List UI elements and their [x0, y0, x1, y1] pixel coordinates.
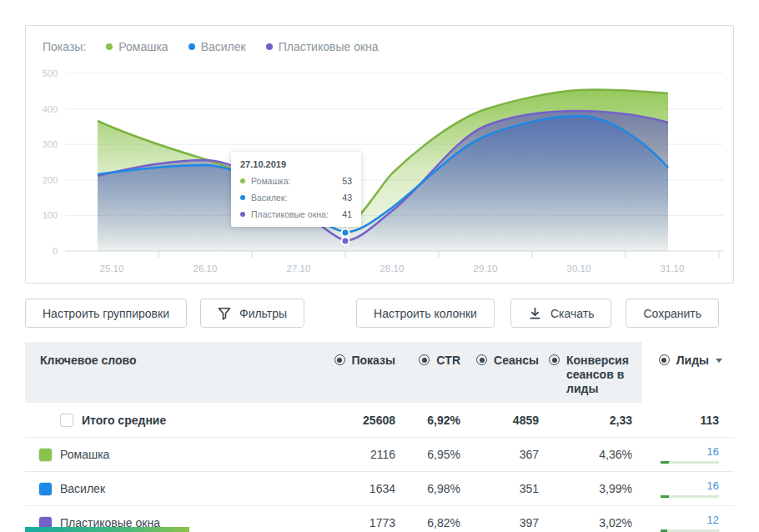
leads-value[interactable]: 12 [707, 514, 719, 526]
metric-radio-icon [334, 354, 345, 365]
legend-prefix: Показы: [43, 40, 86, 53]
configure-groupings-label: Настроить группировки [43, 307, 169, 320]
keyword-label: Ромашка [60, 448, 109, 461]
tooltip-series-value: 53 [342, 176, 352, 186]
impressions-cell: 1773 [319, 516, 405, 529]
totals-sessions: 4859 [470, 414, 549, 427]
svg-text:300: 300 [43, 139, 58, 149]
metric-radio-icon [549, 354, 560, 365]
leads-bar [661, 529, 719, 532]
svg-text:25.10: 25.10 [100, 263, 124, 274]
svg-text:30.10: 30.10 [567, 263, 591, 274]
svg-text:100: 100 [43, 210, 58, 220]
svg-text:200: 200 [43, 175, 58, 185]
chart-tooltip: 27.10.2019 Ромашка: 53 Василек: 43 Пласт… [231, 152, 361, 227]
table-header-row: Ключевое слово Показы CTR Сеансы Конверс… [25, 342, 734, 403]
impressions-area-chart[interactable]: 500 400 300 200 100 0 25.10 26.10 27.10 … [26, 68, 731, 281]
row-color-checkbox[interactable] [39, 483, 52, 495]
tooltip-series-label: Василек: [251, 193, 287, 203]
keyword-label: Василек [60, 482, 105, 495]
svg-text:31.10: 31.10 [661, 263, 685, 274]
download-label: Скачать [550, 307, 595, 320]
sessions-cell: 397 [470, 516, 549, 529]
keywords-table: Ключевое слово Показы CTR Сеансы Конверс… [25, 342, 734, 532]
svg-text:28.10: 28.10 [380, 263, 405, 274]
column-header[interactable]: Показы [319, 342, 405, 403]
column-header-label: Конверсия сеансов в лиды [566, 354, 632, 396]
column-header-label: CTR [436, 354, 460, 396]
configure-groupings-button[interactable]: Настроить группировки [25, 299, 187, 328]
download-button[interactable]: Скачать [510, 299, 612, 328]
table-body: Ромашка 2116 6,95% 367 4,36% 16 Василек … [25, 438, 734, 532]
column-header[interactable]: CTR [405, 342, 470, 403]
tooltip-row: Пластиковые окна: 41 [240, 209, 352, 219]
leads-bar [661, 461, 719, 464]
filters-label: Фильтры [239, 307, 287, 320]
column-header[interactable]: Конверсия сеансов в лиды [549, 342, 642, 403]
tooltip-dot-icon [240, 178, 245, 183]
table-row: Ромашка 2116 6,95% 367 4,36% 16 [25, 438, 734, 472]
svg-text:400: 400 [43, 104, 58, 114]
conversion-cell: 4,36% [549, 448, 642, 461]
totals-label: Итого средние [82, 414, 166, 427]
leads-value[interactable]: 16 [707, 446, 719, 458]
leads-cell: 12 [642, 514, 734, 532]
filters-button[interactable]: Фильтры [200, 299, 304, 328]
x-axis-ticks [158, 251, 719, 258]
save-label: Сохранить [643, 307, 701, 320]
x-axis-labels: 25.10 26.10 27.10 28.10 29.10 30.10 31.1… [100, 263, 685, 274]
column-header[interactable]: Сеансы [470, 342, 549, 403]
ctr-cell: 6,95% [405, 448, 470, 461]
svg-text:500: 500 [43, 68, 58, 78]
tooltip-dot-icon [240, 195, 245, 200]
legend-item[interactable]: Ромашка [106, 40, 168, 53]
save-button[interactable]: Сохранить [626, 299, 719, 328]
filter-funnel-icon [218, 307, 231, 320]
leads-value[interactable]: 16 [707, 480, 719, 492]
analytics-dashboard: { "colors": { "green": "#8bc34a", "green… [0, 0, 759, 532]
tooltip-dot-icon [240, 212, 245, 217]
impressions-cell: 2116 [319, 448, 405, 461]
chart-panel: Показы: Ромашка Василек Пластиковые окна [25, 25, 734, 284]
legend-item-label: Василек [201, 40, 246, 53]
legend-dot-icon [188, 43, 195, 50]
totals-row: Итого средние 25608 6,92% 4859 2,33 113 [25, 403, 734, 438]
leads-cell: 16 [642, 480, 734, 498]
tooltip-series-label: Ромашка: [251, 176, 290, 186]
configure-columns-button[interactable]: Настроить колонки [356, 299, 495, 328]
svg-text:0: 0 [53, 246, 58, 256]
y-axis-labels: 500 400 300 200 100 0 [43, 68, 58, 256]
column-header-label: Лиды [676, 354, 709, 396]
totals-leads: 113 [642, 414, 734, 427]
toolbar: Настроить группировки Фильтры Настроить … [25, 299, 734, 328]
totals-ctr: 6,92% [405, 414, 470, 427]
leads-cell: 16 [642, 446, 734, 464]
column-header[interactable]: Лиды [642, 342, 734, 403]
tooltip-row: Василек: 43 [240, 193, 352, 203]
column-header-keyword[interactable]: Ключевое слово [25, 342, 319, 403]
sort-caret-icon [716, 359, 722, 363]
metric-radio-icon [659, 354, 670, 365]
sessions-cell: 351 [470, 482, 549, 495]
tooltip-row: Ромашка: 53 [240, 176, 352, 186]
hover-point-plastikovye-okna[interactable] [342, 238, 349, 245]
hover-point-vasilek[interactable] [342, 229, 349, 237]
totals-conversion: 2,33 [549, 414, 642, 427]
conversion-cell: 3,99% [549, 482, 642, 495]
legend-item-label: Пластиковые окна [279, 40, 379, 53]
legend-item[interactable]: Василек [188, 40, 246, 53]
legend-dot-icon [106, 43, 113, 50]
ctr-cell: 6,98% [405, 482, 470, 495]
metric-radio-icon [476, 354, 487, 365]
row-color-checkbox[interactable] [39, 449, 52, 461]
sessions-cell: 367 [470, 448, 549, 461]
tooltip-series-label: Пластиковые окна: [251, 209, 329, 219]
ctr-cell: 6,82% [405, 516, 470, 529]
svg-text:26.10: 26.10 [194, 263, 218, 274]
table-row: Василек 1634 6,98% 351 3,99% 16 [25, 472, 734, 506]
totals-checkbox[interactable] [60, 414, 73, 427]
svg-text:27.10: 27.10 [287, 263, 311, 274]
legend-dot-icon [266, 43, 273, 50]
conversion-cell: 3,02% [549, 516, 642, 529]
legend-item[interactable]: Пластиковые окна [266, 40, 379, 53]
